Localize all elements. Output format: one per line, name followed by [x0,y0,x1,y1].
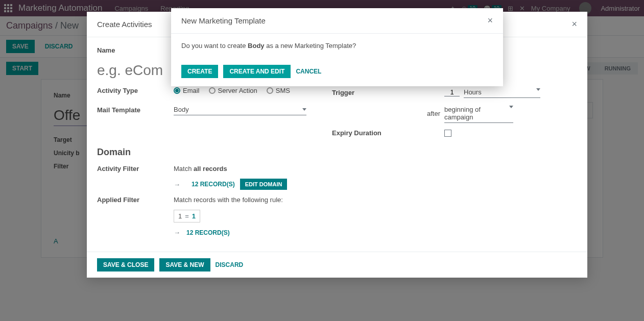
confirm-text-bold: Body [248,42,265,50]
cancel-button[interactable]: CANCEL [296,68,321,75]
create-button[interactable]: CREATE [181,65,218,78]
new-template-modal: New Marketing Template × Do you want to … [171,8,503,86]
confirm-text-suffix: as a new Marketing Template? [265,42,356,50]
create-and-edit-button[interactable]: CREATE AND EDIT [223,65,291,78]
close-icon[interactable]: × [487,15,493,26]
modal2-title: New Marketing Template [181,16,266,25]
confirm-text-prefix: Do you want to create [181,42,248,50]
